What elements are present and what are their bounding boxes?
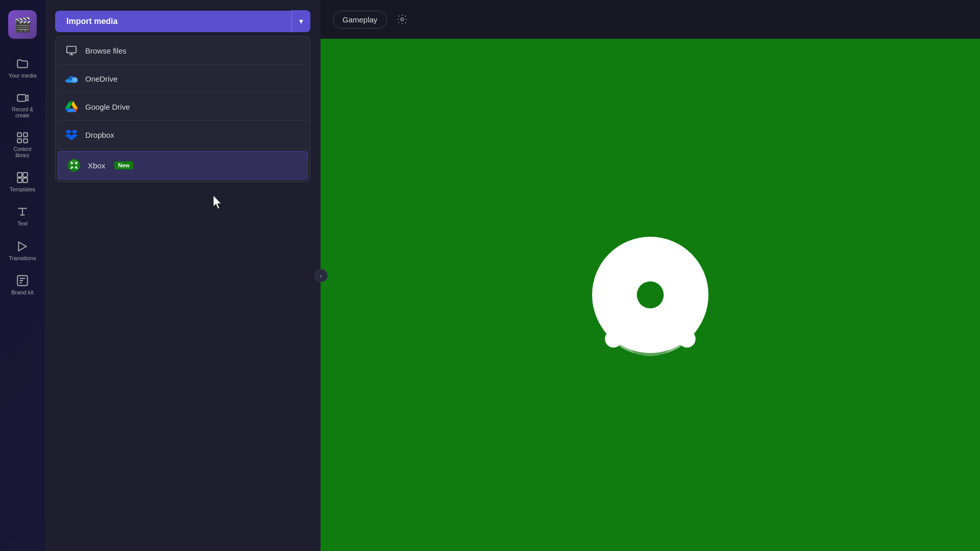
settings-icon-button[interactable] <box>393 10 411 29</box>
dropbox-label: Dropbox <box>85 131 114 139</box>
svg-point-24 <box>637 282 664 309</box>
google-drive-label: Google Drive <box>85 103 130 111</box>
collapse-panel-button[interactable]: ‹ <box>314 269 328 282</box>
left-panel: Import media ▾ Browse files <box>45 0 321 551</box>
dropdown-item-google-drive[interactable]: Google Drive <box>56 93 310 120</box>
sidebar-item-content-library[interactable]: Content library <box>0 125 45 165</box>
svg-rect-5 <box>17 172 22 177</box>
browse-files-label: Browse files <box>85 46 127 55</box>
record-icon <box>16 91 29 105</box>
sidebar-label-text: Text <box>17 220 28 227</box>
gameplay-button[interactable]: Gameplay <box>333 11 387 29</box>
sidebar-item-templates[interactable]: Templates <box>0 165 45 199</box>
icon-sidebar: 🎬 Your media Record & create Content lib… <box>0 0 45 551</box>
grid-icon <box>16 131 29 144</box>
xbox-new-badge: New <box>114 161 133 169</box>
sidebar-label-templates: Templates <box>10 186 35 193</box>
dropdown-item-onedrive[interactable]: OneDrive <box>56 65 310 92</box>
xbox-preview-area <box>321 39 980 551</box>
svg-rect-6 <box>23 172 28 177</box>
sidebar-label-brand-kit: Brand kit <box>11 289 33 296</box>
svg-rect-11 <box>67 46 76 53</box>
svg-rect-7 <box>17 178 22 183</box>
dropdown-item-xbox[interactable]: Xbox New <box>58 151 308 180</box>
sidebar-label-content-library: Content library <box>13 146 31 159</box>
monitor-icon <box>65 44 78 57</box>
sidebar-label-your-media: Your media <box>8 72 36 79</box>
onedrive-icon <box>65 72 78 85</box>
svg-point-15 <box>72 77 77 81</box>
svg-rect-3 <box>17 139 21 143</box>
templates-icon <box>16 171 29 184</box>
xbox-label: Xbox <box>88 161 105 170</box>
folder-icon <box>16 57 29 70</box>
onedrive-label: OneDrive <box>85 74 117 83</box>
sidebar-label-transitions: Transitions <box>9 255 36 262</box>
transitions-icon <box>16 240 29 253</box>
text-icon <box>16 205 29 218</box>
svg-rect-2 <box>23 133 28 137</box>
sidebar-item-record-create[interactable]: Record & create <box>0 85 45 125</box>
sidebar-item-brand-kit[interactable]: Brand kit <box>0 268 45 302</box>
import-dropdown-menu: Browse files OneDrive <box>55 36 310 182</box>
svg-rect-4 <box>23 139 28 143</box>
dropbox-icon <box>65 128 78 141</box>
import-media-chevron-button[interactable]: ▾ <box>291 10 310 32</box>
xbox-icon <box>67 159 81 172</box>
svg-point-19 <box>72 163 76 167</box>
svg-marker-9 <box>18 242 26 251</box>
dropdown-item-dropbox[interactable]: Dropbox <box>56 121 310 148</box>
svg-rect-1 <box>17 133 21 137</box>
sidebar-item-your-media[interactable]: Your media <box>0 51 45 85</box>
gdrive-icon <box>65 100 78 113</box>
svg-rect-8 <box>23 178 28 183</box>
xbox-logo-large <box>589 234 712 356</box>
settings-icon <box>397 14 408 25</box>
sidebar-label-record-create: Record & create <box>12 107 33 119</box>
svg-rect-0 <box>17 95 26 102</box>
main-header: Gameplay <box>321 0 980 39</box>
sidebar-item-transitions[interactable]: Transitions <box>0 234 45 268</box>
svg-point-20 <box>401 18 404 21</box>
import-media-button[interactable]: Import media <box>55 11 291 32</box>
brand-icon <box>16 274 29 287</box>
dropdown-item-browse-files[interactable]: Browse files <box>56 37 310 64</box>
sidebar-item-text[interactable]: Text <box>0 199 45 233</box>
app-logo: 🎬 <box>8 10 37 39</box>
import-media-row: Import media ▾ <box>55 10 310 32</box>
main-content: Gameplay <box>321 0 980 551</box>
